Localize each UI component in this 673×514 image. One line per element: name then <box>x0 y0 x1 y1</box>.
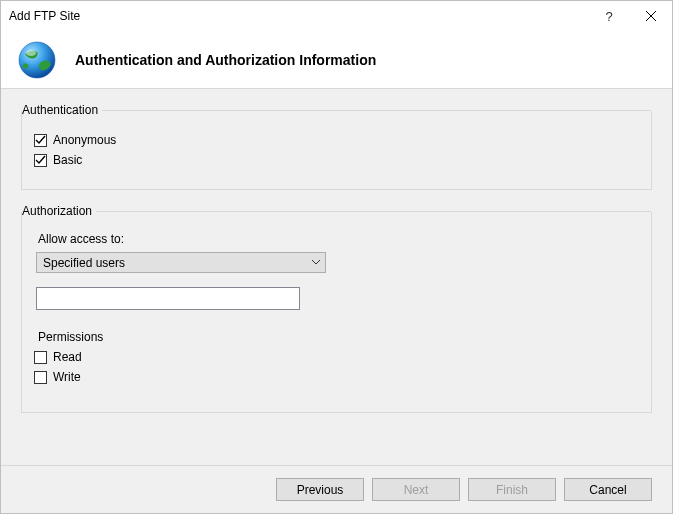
basic-label: Basic <box>53 153 82 167</box>
read-row[interactable]: Read <box>34 350 639 364</box>
authorization-group: Authorization Allow access to: Specified… <box>21 212 652 413</box>
write-label: Write <box>53 370 81 384</box>
cancel-button[interactable]: Cancel <box>564 478 652 501</box>
svg-point-3 <box>26 50 36 56</box>
write-row[interactable]: Write <box>34 370 639 384</box>
content-area: Authentication Anonymous Basic Authoriza… <box>1 89 672 465</box>
titlebar: Add FTP Site ? <box>1 1 672 31</box>
close-icon <box>646 11 656 21</box>
read-label: Read <box>53 350 82 364</box>
anonymous-row[interactable]: Anonymous <box>34 133 639 147</box>
svg-point-2 <box>19 42 55 78</box>
checkmark-icon <box>35 155 46 166</box>
anonymous-label: Anonymous <box>53 133 116 147</box>
chevron-down-icon <box>307 260 325 265</box>
allow-access-label: Allow access to: <box>38 232 639 246</box>
basic-checkbox[interactable] <box>34 154 47 167</box>
close-button[interactable] <box>630 1 672 31</box>
read-checkbox[interactable] <box>34 351 47 364</box>
basic-row[interactable]: Basic <box>34 153 639 167</box>
users-input[interactable] <box>36 287 300 310</box>
finish-button[interactable]: Finish <box>468 478 556 501</box>
anonymous-checkbox[interactable] <box>34 134 47 147</box>
wizard-header: Authentication and Authorization Informa… <box>1 31 672 88</box>
help-button[interactable]: ? <box>588 1 630 31</box>
page-title: Authentication and Authorization Informa… <box>75 52 376 68</box>
previous-button[interactable]: Previous <box>276 478 364 501</box>
next-button[interactable]: Next <box>372 478 460 501</box>
authorization-legend: Authorization <box>22 204 96 218</box>
write-checkbox[interactable] <box>34 371 47 384</box>
footer: Previous Next Finish Cancel <box>1 465 672 513</box>
checkmark-icon <box>35 135 46 146</box>
permissions-label: Permissions <box>38 330 639 344</box>
authentication-group: Authentication Anonymous Basic <box>21 111 652 190</box>
access-select[interactable]: Specified users <box>36 252 326 273</box>
globe-icon <box>17 40 57 80</box>
authentication-legend: Authentication <box>22 103 102 117</box>
window-title: Add FTP Site <box>9 9 588 23</box>
access-select-value: Specified users <box>43 256 307 270</box>
